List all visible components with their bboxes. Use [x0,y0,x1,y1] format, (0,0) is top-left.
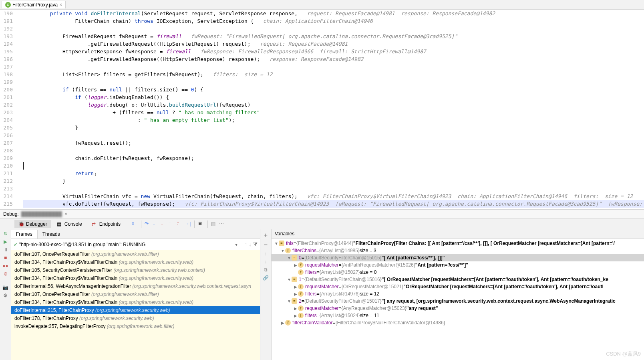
tree-twistie-icon[interactable]: ▶ [293,292,298,296]
vars-side-toolbar: + − ↑ ↓ ⧉ 🔗 [260,229,272,360]
more-icon[interactable]: ⋯ [219,221,225,227]
stack-frame[interactable]: doFilter:105, SecurityContextPersistence… [11,266,260,274]
tree-twistie-icon[interactable]: ▶ [293,313,298,318]
mute-breakpoints-icon[interactable]: ⊘ [4,271,8,277]
variable-row[interactable]: ffilters = {ArrayList@15027} size = 0 [272,269,644,276]
stack-frame[interactable]: doFilter:334, FilterChainProxy$VirtualFi… [11,298,260,306]
code-area[interactable]: private void doFilterInternal(ServletReq… [23,10,644,209]
drop-frame-icon[interactable]: ⤴ [177,221,183,227]
tab-endpoints[interactable]: ⇄ Endpoints [88,220,125,228]
tree-twistie-icon[interactable]: ▼ [287,256,292,260]
tree-twistie-icon[interactable]: ▶ [280,321,285,325]
tab-console[interactable]: ▤ Console [53,220,86,228]
tab-console-label: Console [64,221,82,227]
tree-twistie-icon[interactable]: ▶ [293,306,298,311]
variable-row[interactable]: ▶frequestMatcher = {OrRequestMatcher@150… [272,283,644,290]
variable-row[interactable]: ▼=this = {FilterChainProxy@14944} "Filte… [272,240,644,247]
down-icon[interactable]: ↓ [265,259,267,265]
step-over-icon[interactable]: ↷ [145,221,151,227]
debug-config-name: ████████████ [21,211,62,217]
variable-row[interactable]: ▶ffilters = {ArrayList@15024} size = 11 [272,312,644,319]
filter-icon[interactable]: ⧩ [253,241,258,248]
view-breakpoints-icon[interactable]: ●● [2,263,8,269]
tree-twistie-icon[interactable]: ▼ [280,249,285,253]
evaluate-expression-icon[interactable]: 🖩 [198,221,204,227]
tree-twistie-icon[interactable]: ▶ [293,263,298,267]
var-type-icon: = [292,298,297,304]
debug-label: Debug: [3,211,19,217]
rerun-icon[interactable]: ↻ [4,231,8,237]
chevron-down-icon[interactable]: ▾ [235,242,237,247]
subtab-threads[interactable]: Threads [38,230,65,239]
new-watch-icon[interactable]: + [264,232,268,239]
thread-selector-row: ✓ "http-nio-3000-exec-1"@13,851 in group… [11,239,260,250]
stack-frame[interactable]: doFilterInternal:215, FilterChainProxy (… [11,306,260,314]
variable-row[interactable]: ▶frequestMatcher = {AnyRequestMatcher@15… [272,305,644,312]
file-tab-label: FilterChainProxy.java [12,2,58,8]
next-frame-icon[interactable]: ↓ [249,241,252,247]
var-type-icon: f [298,313,304,318]
trace-icon[interactable]: ▤ [211,221,217,227]
variable-row[interactable]: ▼=2 = {DefaultSecurityFilterChain@15017}… [272,297,644,305]
endpoints-icon: ⇄ [92,221,97,227]
code-editor[interactable]: 1901911921931941951961971981992002012022… [0,10,644,209]
separator [128,220,128,228]
variable-row[interactable]: ▶ffilters = {ArrayList@14976} size = 12 [272,290,644,297]
tree-twistie-icon[interactable]: ▼ [287,277,292,282]
stack-frame[interactable]: doFilter:334, FilterChainProxy$VirtualFi… [11,258,260,266]
var-type-icon: = [292,277,297,282]
var-type-icon: = [279,241,284,246]
pause-icon[interactable]: ⏸ [3,247,8,253]
file-tab[interactable]: C FilterChainProxy.java × [2,1,66,8]
stack-frame[interactable]: doFilterInternal:56, WebAsyncManagerInte… [11,282,260,290]
variable-row[interactable]: ▶ffilterChainValidator = {FilterChainPro… [272,319,644,326]
separator [141,220,141,228]
frames-subtabs: Frames Threads [11,229,260,239]
force-step-into-icon[interactable]: ↓ [161,221,167,227]
stack-frame[interactable]: doFilter:107, OncePerRequestFilter (org.… [11,250,260,258]
prev-frame-icon[interactable]: ↑ [245,241,248,247]
var-type-icon: f [285,248,291,253]
stack-frames-list[interactable]: doFilter:107, OncePerRequestFilter (org.… [11,250,260,360]
tab-debugger[interactable]: 🐞 Debugger [14,220,51,228]
remove-watch-icon[interactable]: − [264,241,268,249]
tree-twistie-icon[interactable]: ▼ [274,241,279,246]
variables-tree[interactable]: ▼=this = {FilterChainProxy@14944} "Filte… [272,239,644,360]
line-number-gutter: 1901911921931941951961971981992002012022… [0,10,16,209]
variable-row[interactable]: ▼=1 = {DefaultSecurityFilterChain@15016}… [272,276,644,283]
tab-debugger-label: Debugger [26,221,47,227]
stack-frame[interactable]: doFilter:334, FilterChainProxy$VirtualFi… [11,274,260,282]
stop-icon[interactable]: ■ [4,255,7,261]
bug-icon: 🐞 [18,221,24,227]
subtab-frames[interactable]: Frames [11,230,38,239]
fold-column [16,10,23,209]
camera-icon[interactable]: 📷 [2,285,8,290]
show-execution-point-icon[interactable]: ≡ [131,221,138,227]
close-icon[interactable]: × [64,211,68,217]
link-icon[interactable]: 🔗 [263,275,269,281]
thread-dropdown[interactable]: "http-nio-3000-exec-1"@13,851 in group "… [19,242,233,247]
variable-row[interactable]: ▼ffilterChains = {ArrayList@14985} size … [272,247,644,254]
resume-icon[interactable]: ▶ [4,239,7,245]
stack-frame[interactable]: doFilter:107, OncePerRequestFilter (org.… [11,290,260,298]
debug-panels: ↻ ▶ ⏸ ■ ●● ⊘ 📷 ⚙ Frames Threads ✓ "http-… [0,229,644,360]
variable-row[interactable]: ▼=0 = {DefaultSecurityFilterChain@15015}… [272,254,644,261]
watermark: CSDN @蓝风9 [606,350,641,358]
settings-icon[interactable]: ⚙ [3,293,8,298]
up-icon[interactable]: ↑ [265,251,267,257]
separator [207,220,208,228]
debug-toolbar: 🐞 Debugger ▤ Console ⇄ Endpoints ≡ ↷ ↓ ↓… [0,218,644,229]
console-icon: ▤ [57,221,62,227]
step-into-icon[interactable]: ↓ [153,221,159,227]
editor-tab-bar: C FilterChainProxy.java × [0,0,644,10]
run-to-cursor-icon[interactable]: →| [185,221,191,227]
copy-icon[interactable]: ⧉ [264,267,268,273]
tree-twistie-icon[interactable]: ▼ [287,299,292,303]
tree-twistie-icon[interactable]: ▶ [293,285,298,289]
variable-row[interactable]: ▶frequestMatcher = {AntPathRequestMatche… [272,261,644,269]
close-icon[interactable]: × [59,2,62,8]
stack-frame[interactable]: invokeDelegate:357, DelegatingFilterProx… [11,322,260,330]
frames-panel: Frames Threads ✓ "http-nio-3000-exec-1"@… [11,229,260,360]
step-out-icon[interactable]: ↑ [169,221,175,227]
stack-frame[interactable]: doFilter:178, FilterChainProxy (org.spri… [11,314,260,322]
